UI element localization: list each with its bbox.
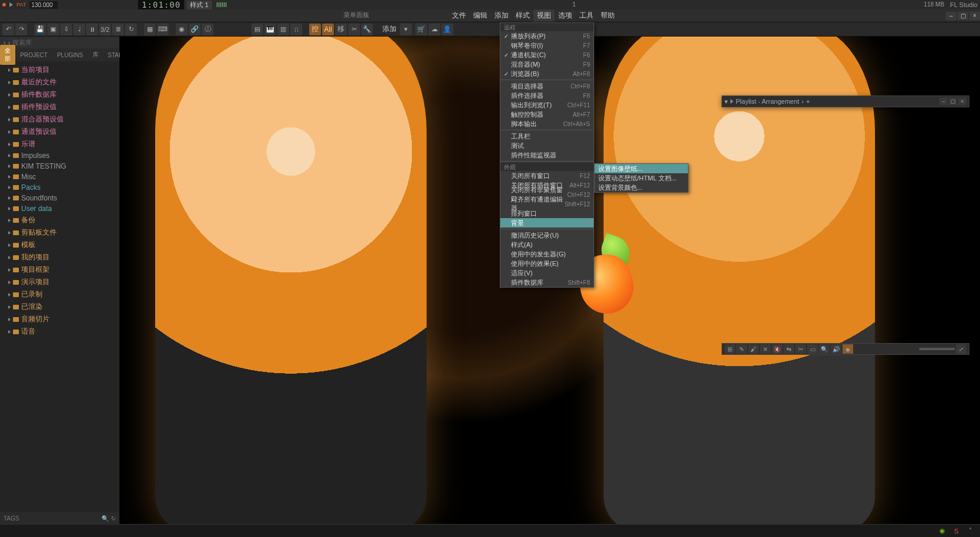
menu-item[interactable]: 关闭所有窗口F12: [500, 171, 594, 180]
menu-pattern[interactable]: 样式: [512, 9, 533, 22]
tool-typing-icon[interactable]: ⌨: [157, 24, 169, 35]
tree-node[interactable]: 已渲染: [0, 301, 119, 313]
menu-tools[interactable]: 工具: [576, 9, 597, 22]
tree-node[interactable]: 插件数据库: [0, 88, 119, 101]
menu-item[interactable]: 适应(V): [500, 268, 594, 278]
window-maximize-icon[interactable]: ▢: [958, 12, 968, 20]
submenu-item[interactable]: 设置图像壁纸...: [595, 164, 688, 173]
tree-node[interactable]: 项目框架: [0, 263, 119, 276]
tool-move-button[interactable]: 移: [335, 24, 347, 35]
pattern-selector[interactable]: 样式 1: [186, 1, 212, 9]
pl-draw-icon[interactable]: ✎: [736, 344, 747, 354]
tool-redo-icon[interactable]: ↷: [15, 24, 27, 35]
tool-count-icon[interactable]: 3/2: [99, 24, 111, 35]
playlist-max-icon[interactable]: ▢: [949, 98, 957, 105]
tree-node[interactable]: Impulses: [0, 150, 119, 161]
tree-node[interactable]: 我的项目: [0, 251, 119, 263]
playlist-add-icon[interactable]: +: [806, 98, 809, 105]
menu-help[interactable]: 帮助: [597, 9, 618, 22]
pl-select-icon[interactable]: ▭: [807, 344, 818, 354]
menu-add[interactable]: 添加: [491, 9, 512, 22]
tool-step-icon[interactable]: ▦: [144, 24, 156, 35]
tree-node[interactable]: 剪贴板文件: [0, 226, 119, 239]
tool-render-icon[interactable]: ▣: [47, 24, 59, 35]
tray-chevron-icon[interactable]: ˄: [966, 526, 975, 536]
tab-library[interactable]: 库: [88, 49, 103, 61]
tool-midi-icon[interactable]: ◉: [176, 24, 188, 35]
tool-save-icon[interactable]: 💾: [34, 24, 46, 35]
tree-node[interactable]: 当前项目: [0, 64, 119, 76]
browser-search[interactable]: ‹ › 搜索库: [0, 37, 119, 48]
window-minimize-icon[interactable]: –: [946, 12, 956, 20]
menu-item[interactable]: 使用中的效果(E): [500, 259, 594, 268]
tool-user-icon[interactable]: 👤: [441, 24, 453, 35]
tool-piano-icon[interactable]: 🎹: [264, 24, 276, 35]
tool-link-icon[interactable]: 🔗: [189, 24, 201, 35]
menu-edit[interactable]: 编辑: [470, 9, 491, 22]
tool-dropdown-icon[interactable]: ▾: [400, 24, 412, 35]
menu-item[interactable]: 背景▶: [500, 218, 594, 228]
zoom-slider[interactable]: [919, 348, 955, 350]
time-display[interactable]: 1:01:00: [138, 0, 184, 9]
tool-cloud-icon[interactable]: ☁: [428, 24, 440, 35]
menu-item[interactable]: 工具栏: [500, 131, 594, 141]
tool-wrench-icon[interactable]: 🔧: [361, 24, 373, 35]
tool-blend-icon[interactable]: ≣: [112, 24, 124, 35]
pl-slip-icon[interactable]: ⇆: [784, 344, 794, 354]
menu-item[interactable]: 触控控制器Alt+F7: [500, 110, 594, 119]
menu-item[interactable]: ✓通道机架(C)F6: [500, 50, 594, 60]
menu-item[interactable]: ✓播放列表(P)F5: [500, 31, 594, 41]
playlist-close-icon[interactable]: ×: [958, 98, 966, 105]
tree-node[interactable]: 模板: [0, 239, 119, 251]
tree-node[interactable]: 已录制: [0, 288, 119, 301]
menu-item[interactable]: 对齐所有通道编辑器Shift+F12: [500, 199, 594, 209]
tool-all-button[interactable]: All: [322, 24, 334, 35]
search-icon[interactable]: 🔍: [101, 515, 109, 522]
menu-item[interactable]: 钢琴卷帘(I)F7: [500, 41, 594, 50]
tool-add-label[interactable]: 添加: [380, 24, 399, 34]
menu-item[interactable]: 脚本输出Ctrl+Alt+S: [500, 119, 594, 129]
menu-file[interactable]: 文件: [448, 9, 470, 22]
tree-node[interactable]: 语音: [0, 325, 119, 338]
tree-node[interactable]: 通道预设值: [0, 126, 119, 138]
tray-input-icon[interactable]: S: [952, 526, 961, 536]
tree-node[interactable]: 插件预设值: [0, 101, 119, 113]
tempo-input[interactable]: [30, 1, 58, 9]
menu-item[interactable]: 测试: [500, 141, 594, 150]
menu-item[interactable]: 输出到浏览(T)Ctrl+F11: [500, 100, 594, 110]
playlist-window[interactable]: ▾ Playlist - Arrangement › + – ▢ ×: [722, 95, 969, 107]
menu-item[interactable]: 混音器(M)F9: [500, 60, 594, 69]
menu-item[interactable]: ✓浏览器(B)Alt+F8: [500, 69, 594, 78]
menu-item[interactable]: 排列窗口: [500, 209, 594, 218]
tree-node[interactable]: Soundfonts: [0, 193, 119, 203]
menu-options[interactable]: 选项: [555, 9, 576, 22]
menu-item[interactable]: 样式(A): [500, 240, 594, 249]
submenu-item[interactable]: 设置动态壁纸/HTML 文档...: [595, 173, 688, 183]
tool-info-icon[interactable]: ⓘ: [202, 24, 214, 35]
refresh-icon[interactable]: ↻: [111, 515, 116, 522]
tool-ctrl-button[interactable]: 控: [309, 24, 321, 35]
playlist-play-icon[interactable]: [730, 99, 733, 104]
pl-delete-icon[interactable]: ✕: [760, 344, 771, 354]
pl-mute-icon[interactable]: 🔇: [772, 344, 782, 354]
tree-node[interactable]: 备份: [0, 214, 119, 226]
playlist-min-icon[interactable]: –: [939, 98, 948, 105]
pl-magnet-icon[interactable]: ⊞: [725, 344, 735, 354]
tool-metronome-icon[interactable]: ♩: [73, 24, 85, 35]
tree-node[interactable]: Misc: [0, 172, 119, 182]
tree-node[interactable]: 演示项目: [0, 276, 119, 288]
window-close-icon[interactable]: ×: [969, 12, 980, 20]
tree-node[interactable]: 音频切片: [0, 313, 119, 325]
pl-expand-icon[interactable]: ⤢: [956, 344, 966, 354]
pl-playback-icon[interactable]: 🔊: [831, 344, 841, 354]
tool-shop-icon[interactable]: 🛒: [415, 24, 427, 35]
tool-undo-icon[interactable]: ↶: [2, 24, 14, 35]
tree-node[interactable]: Packs: [0, 182, 119, 193]
tab-plugins[interactable]: PLUGINS: [53, 50, 88, 60]
menu-item[interactable]: 插件数据库Shift+F8: [500, 278, 594, 287]
tool-mixer-icon[interactable]: ⎍: [290, 24, 302, 35]
tool-channel-icon[interactable]: ▥: [277, 24, 289, 35]
playlist-menu-icon[interactable]: ▾: [725, 98, 728, 106]
menu-item[interactable]: 插件选择器F8: [500, 91, 594, 100]
menu-item[interactable]: 撤消历史记录(U): [500, 230, 594, 240]
